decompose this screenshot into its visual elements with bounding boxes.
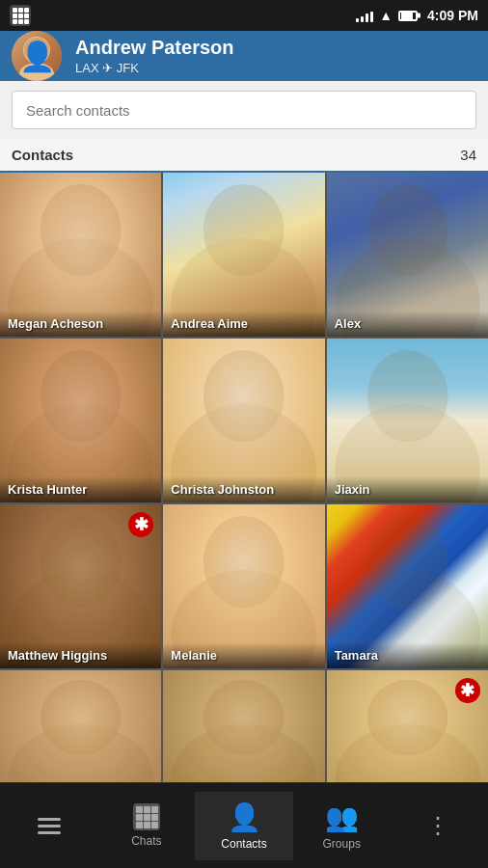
contacts-nav-icon: 👤: [228, 801, 261, 833]
profile-info: Andrew Paterson LAX ✈ JFK: [75, 37, 233, 75]
nav-item-menu[interactable]: [0, 808, 97, 844]
bb-app-icon: [10, 5, 31, 26]
nav-label-groups: Groups: [323, 837, 361, 851]
signal-icon: [356, 9, 373, 22]
contact-cell[interactable]: Megan Acheson: [0, 173, 161, 337]
profile-status: LAX ✈ JFK: [75, 61, 233, 75]
contact-name: Tamara: [327, 642, 488, 668]
svg-point-1: [19, 63, 54, 81]
contact-name: Matthew Higgins: [0, 642, 161, 668]
profile-header[interactable]: Andrew Paterson LAX ✈ JFK: [0, 31, 488, 81]
time-display: 4:09 PM: [427, 8, 478, 23]
svg-point-0: [23, 37, 50, 64]
contact-cell[interactable]: Andrea Aime: [163, 173, 324, 337]
battery-icon: [398, 11, 418, 21]
profile-name: Andrew Paterson: [75, 37, 233, 59]
contacts-header: Contacts 34: [0, 139, 488, 173]
wifi-icon: ▲: [379, 8, 393, 23]
search-input[interactable]: [12, 91, 476, 129]
bbm-icon: [133, 803, 160, 830]
contact-cell[interactable]: ✱Matthew Higgins: [0, 504, 161, 668]
contact-name: Krista Hunter: [0, 476, 161, 502]
nav-label-chats: Chats: [131, 834, 161, 848]
more-dots-icon: ⋮: [426, 812, 451, 839]
contact-name: Jiaxin: [327, 476, 488, 502]
nav-item-chats[interactable]: Chats: [97, 794, 195, 857]
contact-cell[interactable]: Krista Hunter: [0, 339, 161, 502]
nav-item-more[interactable]: ⋮: [391, 802, 488, 849]
contact-cell[interactable]: Alex: [327, 173, 488, 337]
contact-cell[interactable]: Christa Johnston: [163, 339, 324, 502]
search-container: [0, 81, 488, 139]
nav-item-groups[interactable]: 👥 Groups: [293, 792, 391, 860]
contact-cell[interactable]: Jiaxin: [327, 339, 488, 502]
avatar: [12, 31, 62, 81]
contact-name: Christa Johnston: [163, 476, 324, 502]
bottom-nav: Chats 👤 Contacts 👥 Groups ⋮: [0, 782, 488, 868]
status-bar-right: ▲ 4:09 PM: [356, 8, 478, 23]
contact-name: Melanie: [163, 642, 324, 668]
contact-cell[interactable]: Melanie: [163, 504, 324, 668]
contact-name: Alex: [327, 311, 488, 337]
nav-item-contacts[interactable]: 👤 Contacts: [195, 792, 292, 860]
contacts-grid: Megan Acheson Andrea Aime Alex Krista Hu…: [0, 173, 488, 805]
status-bar-left: [10, 5, 31, 26]
nav-label-contacts: Contacts: [221, 837, 266, 851]
contacts-count: 34: [460, 147, 476, 163]
contact-name: Megan Acheson: [0, 311, 161, 337]
contacts-label: Contacts: [12, 147, 73, 163]
hamburger-icon: [38, 818, 61, 834]
notification-badge: ✱: [455, 678, 480, 703]
contact-name: Andrea Aime: [163, 311, 324, 337]
status-bar: ▲ 4:09 PM: [0, 0, 488, 31]
svg-point-2: [24, 38, 49, 63]
contact-cell[interactable]: Tamara: [327, 504, 488, 668]
groups-nav-icon: 👥: [325, 801, 359, 833]
